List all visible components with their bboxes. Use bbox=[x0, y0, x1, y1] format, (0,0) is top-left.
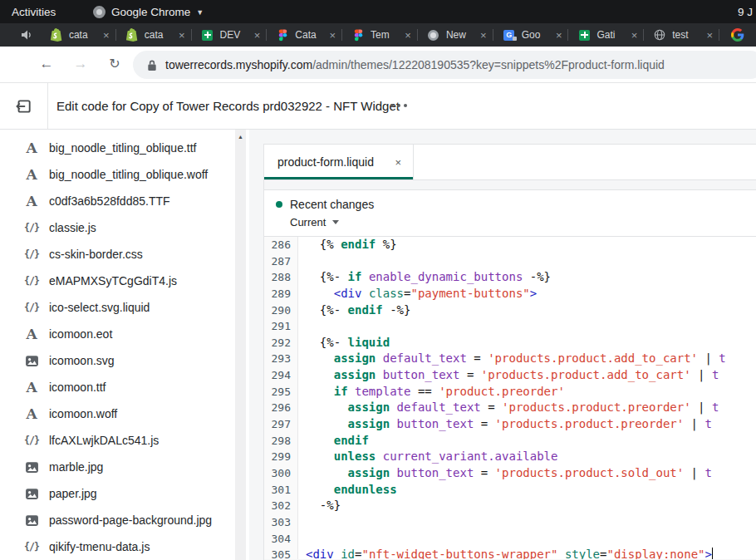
file-item[interactable]: Abig_noodle_titling_oblique.ttf bbox=[0, 135, 235, 161]
file-item[interactable]: {/}classie.js bbox=[0, 214, 235, 241]
code-line[interactable]: 303 bbox=[264, 514, 756, 531]
tab-title: cata bbox=[69, 29, 97, 41]
code-line[interactable]: 299 unless current_variant.available bbox=[264, 449, 756, 465]
app-menu-button[interactable]: Google Chrome ▼ bbox=[93, 6, 204, 18]
code-token: {% bbox=[306, 238, 341, 251]
page-title: Edit code for Copy of Tower Records prd0… bbox=[56, 99, 400, 113]
code-token: | bbox=[691, 400, 712, 414]
tab-close-icon[interactable]: × bbox=[706, 30, 713, 41]
file-item[interactable]: password-page-background.jpg bbox=[0, 507, 235, 533]
browser-tab[interactable]: Tem× bbox=[341, 23, 417, 47]
code-line[interactable]: 304 bbox=[264, 531, 756, 548]
tab-close-icon[interactable]: × bbox=[330, 30, 336, 41]
code-token: > bbox=[530, 287, 537, 300]
font-file-icon: A bbox=[23, 326, 40, 342]
browser-tab[interactable]: cata× bbox=[115, 23, 191, 47]
code-token: == bbox=[410, 385, 439, 398]
file-name: icomoon.woff bbox=[49, 407, 117, 420]
code-line[interactable]: 296 assign default_text = 'products.prod… bbox=[264, 400, 756, 416]
editor-tab-product-form[interactable]: product-form.liquid × bbox=[264, 145, 414, 179]
tab-title: cata bbox=[145, 29, 173, 41]
code-line[interactable]: 305<div id="nft-widget-buttons-wrapper" … bbox=[264, 547, 756, 559]
file-item[interactable]: Aicomoon.woff bbox=[0, 400, 235, 427]
forward-button[interactable]: → bbox=[71, 56, 90, 72]
tab-close-icon[interactable]: × bbox=[103, 30, 110, 41]
file-item[interactable]: {/}lfcAXLwjkDALc541.js bbox=[0, 427, 235, 454]
code-line[interactable]: 289 <div class="payment-buttons"> bbox=[264, 286, 756, 302]
code-token: > bbox=[705, 548, 712, 559]
code-line[interactable]: 295 if template == 'product.preorder' bbox=[264, 384, 756, 400]
browser-tab[interactable]: GGoo× bbox=[493, 23, 568, 47]
code-line[interactable]: 293 assign default_text = 'products.prod… bbox=[264, 351, 756, 367]
file-item[interactable]: {/}cs-skin-border.css bbox=[0, 241, 235, 268]
browser-tab[interactable]: Cata× bbox=[266, 23, 341, 47]
editor-tab-close-icon[interactable]: × bbox=[395, 156, 401, 169]
file-name: paper.jpg bbox=[49, 487, 97, 500]
code-line[interactable]: 287 bbox=[264, 253, 756, 270]
browser-tab[interactable]: cata× bbox=[40, 23, 115, 47]
code-line[interactable]: 290 {%- endif -%} bbox=[264, 302, 756, 319]
browser-tab[interactable] bbox=[719, 23, 756, 47]
file-item[interactable]: paper.jpg bbox=[0, 480, 235, 507]
address-bar[interactable]: towerrecords.myshopify.com/admin/themes/… bbox=[133, 51, 756, 79]
file-item[interactable]: {/}ico-select.svg.liquid bbox=[0, 294, 235, 321]
code-token: button_text bbox=[397, 466, 474, 479]
code-line[interactable]: 297 assign button_text = 'products.produ… bbox=[264, 416, 756, 433]
file-item[interactable]: {/}qikify-tmenu-data.js bbox=[0, 533, 235, 560]
code-line[interactable]: 298 endif bbox=[264, 433, 756, 449]
url-domain: towerrecords.myshopify.com bbox=[165, 58, 312, 71]
activities-button[interactable]: Activities bbox=[12, 6, 56, 18]
tab-close-icon[interactable]: × bbox=[480, 30, 487, 41]
line-number: 302 bbox=[264, 498, 298, 514]
code-line[interactable]: 291 bbox=[264, 318, 756, 335]
file-item[interactable]: icomoon.svg bbox=[0, 347, 235, 374]
lock-icon[interactable] bbox=[147, 59, 157, 71]
header-divider bbox=[47, 83, 48, 129]
code-token: enable_dynamic_buttons bbox=[369, 270, 523, 283]
code-line[interactable]: 300 assign button_text = 'products.produ… bbox=[264, 465, 756, 482]
font-file-icon: A bbox=[23, 405, 40, 422]
file-item[interactable]: {/}eMAPMXSyTCgGdiT4.js bbox=[0, 268, 235, 294]
scroll-up-button[interactable]: ▲ bbox=[235, 130, 246, 143]
code-line[interactable]: 301 endunless bbox=[264, 482, 756, 499]
file-item[interactable]: marble.jpg bbox=[0, 454, 235, 480]
tab-close-icon[interactable]: × bbox=[254, 30, 261, 41]
file-name: lfcAXLwjkDALc541.js bbox=[49, 434, 159, 447]
code-token: if bbox=[334, 385, 348, 398]
tab-close-icon[interactable]: × bbox=[179, 30, 185, 41]
version-dropdown[interactable]: Current bbox=[290, 216, 756, 228]
file-item[interactable]: Ac0df3a6b528fdd85.TTF bbox=[0, 188, 235, 214]
code-line[interactable]: 292 {%- liquid bbox=[264, 335, 756, 351]
code-line[interactable]: 288 {%- if enable_dynamic_buttons -%} bbox=[264, 269, 756, 286]
file-item[interactable]: Aicomoon.ttf bbox=[0, 374, 235, 400]
tab-close-icon[interactable]: × bbox=[405, 30, 411, 41]
browser-tab[interactable]: New× bbox=[417, 23, 493, 47]
back-button[interactable]: ← bbox=[37, 56, 56, 72]
line-number: 294 bbox=[264, 367, 298, 384]
file-name: icomoon.svg bbox=[49, 354, 115, 367]
browser-tab[interactable]: test× bbox=[643, 23, 719, 47]
code-token: endif bbox=[341, 238, 376, 251]
code-file-icon: {/} bbox=[23, 538, 40, 555]
file-item[interactable]: Aicomoon.eot bbox=[0, 321, 235, 347]
more-actions-button[interactable] bbox=[390, 104, 407, 107]
code-token: | bbox=[684, 417, 704, 430]
tab-close-icon[interactable]: × bbox=[556, 30, 562, 41]
file-item[interactable]: Abig_noodle_titling_oblique.woff bbox=[0, 161, 235, 188]
code-line[interactable]: 286 {% endif %} bbox=[264, 237, 756, 253]
browser-tab[interactable]: DEV× bbox=[191, 23, 267, 47]
reload-button[interactable]: ↻ bbox=[106, 56, 124, 71]
exit-code-editor-button[interactable] bbox=[13, 96, 33, 116]
file-name: qikify-tmenu-data.js bbox=[49, 540, 150, 553]
line-number: 292 bbox=[264, 335, 298, 351]
tab-close-icon[interactable]: × bbox=[631, 30, 638, 41]
line-number: 291 bbox=[264, 318, 298, 335]
tab-title: test bbox=[672, 29, 700, 41]
browser-tab[interactable]: Gati× bbox=[567, 23, 643, 47]
code-line[interactable]: 302 -%} bbox=[264, 498, 756, 514]
code-line[interactable]: 294 assign button_text = 'products.produ… bbox=[264, 367, 756, 384]
system-clock[interactable]: 9 J bbox=[738, 6, 753, 18]
exit-icon bbox=[14, 97, 32, 115]
code-editor[interactable]: 286 {% endif %}287288 {%- if enable_dyna… bbox=[264, 237, 756, 559]
sidebar-scrollbar[interactable]: ▲ bbox=[235, 130, 246, 560]
